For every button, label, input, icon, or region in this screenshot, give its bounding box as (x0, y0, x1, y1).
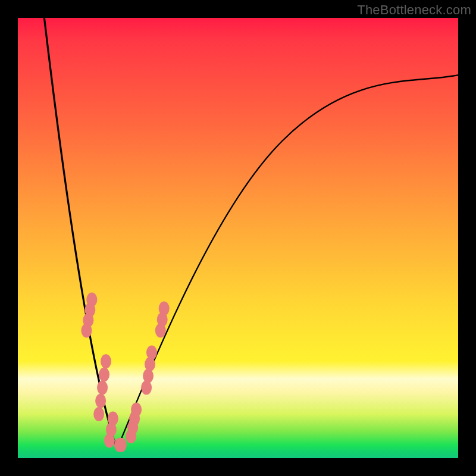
curve-marker (146, 345, 157, 359)
curve-marker (101, 354, 111, 368)
curve-marker (95, 394, 106, 408)
curve-marker (97, 381, 108, 395)
curve-marker (145, 357, 155, 371)
curve-marker (116, 438, 127, 452)
curve-marker (131, 403, 142, 417)
curve-marker (104, 433, 115, 447)
curve-marker (93, 407, 104, 421)
curve-marker (99, 367, 109, 381)
curve-marker (143, 369, 154, 383)
chart-frame: TheBottleneck.com (0, 0, 476, 476)
curve-marker (159, 301, 170, 315)
plot-area (18, 18, 458, 458)
bottleneck-curve (18, 18, 458, 458)
curve-marker (81, 323, 92, 337)
watermark-text: TheBottleneck.com (357, 2, 471, 18)
curve-marker (141, 381, 152, 395)
